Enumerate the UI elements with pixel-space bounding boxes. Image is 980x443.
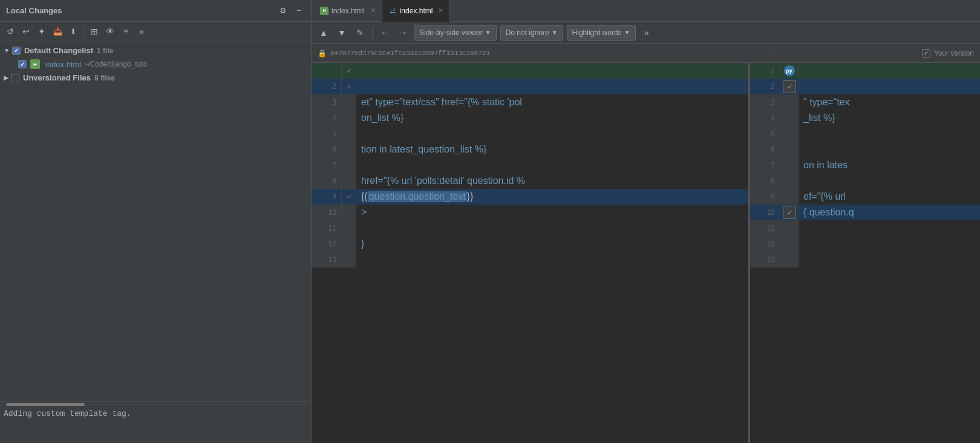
line-num-left-4: 4 <box>312 110 342 126</box>
nav-down-btn[interactable]: ▼ <box>335 25 349 40</box>
nav-up-btn[interactable]: ▲ <box>316 25 331 40</box>
unversioned-name: Unversioned Files <box>23 73 91 82</box>
right-line-num-12: 12 <box>750 236 780 252</box>
line-gutter-left-10 <box>342 205 356 220</box>
right-code-4: _list %} <box>803 113 835 123</box>
nav-left-btn[interactable]: ← <box>377 25 392 40</box>
line-num-left-3: 3 <box>312 94 342 110</box>
undo-icon[interactable]: ↩ <box>19 25 33 38</box>
horizontal-scrollbar[interactable] <box>0 402 311 407</box>
file-checkbox[interactable]: ✓ <box>18 60 27 68</box>
right-line-content-3: " type="tex <box>799 94 980 110</box>
line-gutter-left-6 <box>342 142 356 157</box>
file-name: index.html <box>45 60 81 69</box>
viewer-dropdown-label: Side-by-side viewer <box>419 28 483 37</box>
right-line-num-8: 8 <box>750 173 780 189</box>
right-line-num-3: 3 <box>750 94 780 110</box>
unversioned-checkbox[interactable] <box>11 74 19 82</box>
header-icons: ⚙ − <box>277 5 305 17</box>
expand-triangle: ▼ <box>4 47 10 54</box>
line-content-left-8: href="{% url 'polls:detail' question.id … <box>356 173 748 189</box>
line-gutter-left-2: » <box>342 79 356 94</box>
accept-btn-2[interactable]: ✓ <box>783 80 796 93</box>
right-line-content-13 <box>799 252 980 267</box>
tab-close-1[interactable]: ✕ <box>370 7 376 15</box>
return-icon-9: ↵ <box>347 193 352 201</box>
tab-label-2: index.html <box>400 7 433 15</box>
right-line-content-11 <box>799 220 980 236</box>
tab-label-1: index.html <box>332 7 365 15</box>
right-gutter-2: ✓ <box>780 79 799 94</box>
tab-index-html-2[interactable]: ⇄ index.html ✕ <box>382 0 451 22</box>
right-gutter-13 <box>780 252 799 267</box>
diff-row-10: 10 > <box>312 205 748 220</box>
right-line-num-2: 2 <box>750 79 780 94</box>
nav-right-btn[interactable]: → <box>396 25 410 40</box>
diff-right-section: 1 py 2 ✓ 3 " type="tex <box>750 63 980 443</box>
refresh-icon[interactable]: ↺ <box>4 25 17 38</box>
line-content-left-10: > <box>356 205 748 220</box>
line-gutter-left-4 <box>342 110 356 126</box>
right-gutter-10: ✓ <box>780 205 799 220</box>
right-diff-row-9: 9 ef="{% url <box>750 189 980 205</box>
commit-message-input[interactable]: Adding custom template tag. <box>4 409 307 439</box>
viewer-dropdown[interactable]: Side-by-side viewer ▼ <box>414 25 497 41</box>
diff-row-9: 9 ↵ {{ question.question_text }} <box>312 189 748 205</box>
commit-icon[interactable]: 📥 <box>51 25 64 38</box>
right-diff-row-3: 3 " type="tex <box>750 94 980 110</box>
code-9c: }} <box>467 191 474 202</box>
edit-btn[interactable]: ✎ <box>353 25 367 40</box>
line-content-left-3: et" type="text/css" href="{% static 'pol <box>356 94 748 110</box>
line-gutter-left-11 <box>342 220 356 236</box>
line-num-left-7: 7 <box>312 157 342 173</box>
code-8: href="{% url 'polls:detail' question.id … <box>361 176 525 186</box>
diff-row-11: 11 <box>312 220 748 236</box>
minimize-icon[interactable]: − <box>293 5 305 17</box>
view-icon[interactable]: 👁 <box>103 25 117 38</box>
highlight-dropdown[interactable]: Highlight words ▼ <box>567 25 636 41</box>
code-3: et" type="text/css" href="{% static 'pol <box>361 97 522 108</box>
tab-close-2[interactable]: ✕ <box>438 7 443 15</box>
tab-index-html-1[interactable]: H index.html ✕ <box>314 0 382 22</box>
line-content-left-13 <box>356 252 748 267</box>
diff-toolbar: ▲ ▼ ✎ ← → Side-by-side viewer ▼ Do not i… <box>312 22 980 44</box>
unversioned-badge: 9 files <box>94 74 115 82</box>
more-options-btn[interactable]: » <box>639 25 654 40</box>
file-item-index-html[interactable]: ✓ H index.html ~/Code/django_tuto <box>0 57 311 71</box>
right-line-content-4: _list %} <box>799 110 980 126</box>
diff-row-8: 8 href="{% url 'polls:detail' question.i… <box>312 173 748 189</box>
more-icon[interactable]: » <box>135 25 148 38</box>
unversioned-group[interactable]: ▶ Unversioned Files 9 files <box>0 71 311 85</box>
right-line-content-10: { question.q <box>799 205 980 220</box>
right-diff-row-4: 4 _list %} <box>750 110 980 126</box>
line-gutter-left-8 <box>342 173 356 189</box>
group-icon[interactable]: ≡ <box>119 25 132 38</box>
changelist-group[interactable]: ▼ ✓ Default Changelist 1 file <box>0 44 311 57</box>
accept-btn-10[interactable]: ✓ <box>783 206 796 219</box>
changelist-tree[interactable]: ▼ ✓ Default Changelist 1 file ✓ H index.… <box>0 41 311 401</box>
right-gutter-12 <box>780 236 799 252</box>
changelist-checkbox[interactable]: ✓ <box>12 47 21 55</box>
push-pull-icon[interactable]: ⬆ <box>67 25 80 38</box>
html-file-icon: H <box>30 59 40 69</box>
your-version-label: Your version <box>934 49 974 57</box>
right-line-content-12 <box>799 236 980 252</box>
version-checkbox[interactable]: ✓ <box>922 49 930 57</box>
line-num-left-9: 9 <box>312 189 342 205</box>
code-9a: {{ <box>361 191 368 202</box>
right-diff-row-5: 5 <box>750 126 980 142</box>
ignore-dropdown[interactable]: Do not ignore ▼ <box>500 25 563 41</box>
update-icon[interactable]: ✦ <box>35 25 48 38</box>
right-line-num-7: 7 <box>750 157 780 173</box>
line-gutter-left-5 <box>342 126 356 142</box>
left-panel: Local Changes ⚙ − ↺ ↩ ✦ 📥 ⬆ ⊞ 👁 ≡ » ▼ ✓ … <box>0 0 312 443</box>
ignore-dropdown-label: Do not ignore <box>506 28 549 37</box>
shelf-icon[interactable]: ⊞ <box>88 25 101 38</box>
right-line-num-5: 5 <box>750 126 780 142</box>
gear-icon[interactable]: ⚙ <box>277 5 289 17</box>
ignore-dropdown-arrow: ▼ <box>552 29 558 36</box>
diff-row-7: 7 <box>312 157 748 173</box>
line-num-left-1 <box>312 63 342 79</box>
right-diff-row-1: 1 py <box>750 63 980 79</box>
line-content-left-1 <box>356 63 748 79</box>
